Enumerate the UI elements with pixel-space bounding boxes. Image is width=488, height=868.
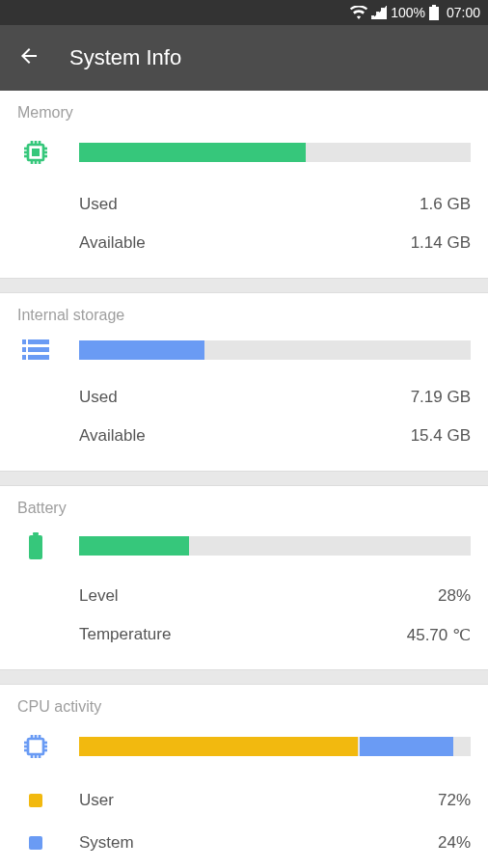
battery-level-value: 28% bbox=[438, 586, 471, 606]
status-bar: 100% 07:00 bbox=[0, 0, 488, 25]
battery-bar bbox=[79, 536, 471, 556]
battery-body-icon bbox=[28, 532, 43, 559]
cpu-card: CPU activity User72%System24%Idle4% bbox=[0, 684, 488, 868]
legend-swatch-icon bbox=[29, 794, 42, 807]
status-battery-text: 100% bbox=[391, 5, 425, 20]
cpu-title: CPU activity bbox=[17, 698, 471, 716]
cpu-legend-row: User72% bbox=[17, 779, 471, 822]
cpu-chip-icon bbox=[20, 731, 51, 762]
cpu-legend-label: System bbox=[79, 833, 438, 853]
battery-temp-row: Temperature 45.70 ℃ bbox=[79, 615, 471, 654]
status-time: 07:00 bbox=[447, 5, 480, 20]
storage-used-value: 7.19 GB bbox=[411, 388, 471, 407]
battery-level-label: Level bbox=[79, 586, 119, 606]
cpu-bar-segment bbox=[455, 737, 471, 756]
cpu-legend-label: User bbox=[79, 791, 438, 810]
memory-available-label: Available bbox=[79, 233, 146, 253]
storage-used-row: Used 7.19 GB bbox=[79, 378, 471, 417]
back-button[interactable] bbox=[17, 44, 41, 71]
memory-chip-icon bbox=[20, 137, 51, 168]
cpu-legend-row: Idle4% bbox=[17, 864, 471, 868]
battery-temp-value: 45.70 ℃ bbox=[407, 625, 471, 645]
memory-used-row: Used 1.6 GB bbox=[79, 185, 471, 224]
storage-title: Internal storage bbox=[17, 307, 471, 324]
svg-rect-18 bbox=[22, 355, 26, 360]
storage-bar bbox=[79, 340, 471, 360]
cpu-legend-row: System24% bbox=[17, 822, 471, 864]
memory-available-row: Available 1.14 GB bbox=[79, 224, 471, 262]
memory-used-label: Used bbox=[79, 195, 118, 214]
wifi-icon bbox=[350, 6, 367, 19]
svg-rect-17 bbox=[28, 347, 49, 352]
arrow-back-icon bbox=[17, 44, 41, 68]
storage-bar-fill bbox=[79, 340, 204, 360]
battery-bar-fill bbox=[79, 536, 189, 556]
storage-used-label: Used bbox=[79, 388, 118, 407]
battery-temp-label: Temperature bbox=[79, 625, 171, 644]
cpu-bar bbox=[79, 737, 471, 756]
app-bar: System Info bbox=[0, 25, 488, 91]
cpu-legend-value: 72% bbox=[438, 791, 471, 810]
battery-level-row: Level 28% bbox=[79, 577, 471, 615]
page-title: System Info bbox=[69, 45, 181, 70]
content: Memory Used 1.6 GB Available 1.14 GB Int… bbox=[0, 91, 488, 868]
storage-available-row: Available 15.4 GB bbox=[79, 417, 471, 455]
memory-used-value: 1.6 GB bbox=[420, 195, 471, 214]
svg-rect-15 bbox=[28, 339, 49, 344]
cpu-legend-value: 24% bbox=[438, 833, 471, 853]
storage-available-value: 15.4 GB bbox=[411, 426, 471, 446]
battery-title: Battery bbox=[17, 500, 471, 517]
svg-rect-21 bbox=[29, 535, 42, 559]
svg-rect-19 bbox=[28, 355, 49, 360]
cpu-bar-segment bbox=[360, 737, 452, 756]
storage-icon bbox=[22, 339, 49, 361]
battery-card: Battery Level 28% Temperature 45.70 ℃ bbox=[0, 485, 488, 670]
storage-card: Internal storage Used 7.19 GB Available … bbox=[0, 292, 488, 472]
memory-card: Memory Used 1.6 GB Available 1.14 GB bbox=[0, 91, 488, 279]
memory-available-value: 1.14 GB bbox=[411, 233, 471, 253]
svg-rect-1 bbox=[32, 149, 40, 156]
memory-bar bbox=[79, 143, 471, 162]
svg-rect-14 bbox=[22, 339, 26, 344]
svg-rect-16 bbox=[22, 347, 26, 352]
legend-swatch-icon bbox=[29, 836, 42, 850]
svg-rect-20 bbox=[33, 532, 39, 535]
signal-icon bbox=[371, 6, 387, 19]
memory-title: Memory bbox=[17, 104, 471, 122]
battery-icon bbox=[429, 5, 439, 20]
cpu-bar-segment bbox=[79, 737, 358, 756]
storage-available-label: Available bbox=[79, 426, 146, 446]
memory-bar-fill bbox=[79, 143, 306, 162]
cpu-legend: User72%System24%Idle4% bbox=[17, 779, 471, 868]
svg-rect-22 bbox=[28, 739, 43, 754]
